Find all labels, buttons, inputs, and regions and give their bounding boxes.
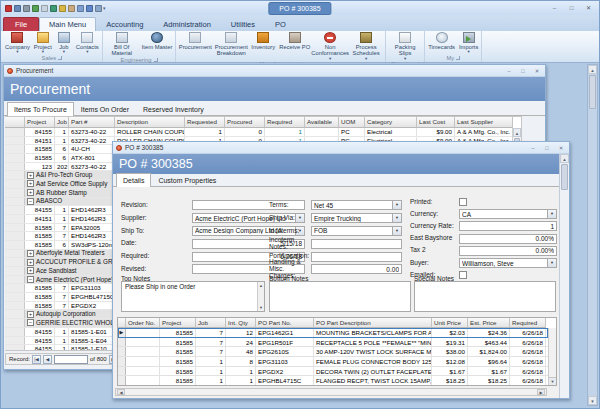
currency-combo[interactable]: CA▼ <box>459 209 557 219</box>
expand-icon[interactable]: + <box>27 259 34 266</box>
minimize-button[interactable]: – <box>548 4 561 13</box>
dialog-launcher-icon[interactable] <box>456 56 460 60</box>
column-header-category[interactable]: Category <box>365 117 417 128</box>
close-button[interactable]: ✕ <box>582 4 595 13</box>
column-header-last-cost[interactable]: Last Cost <box>417 117 455 128</box>
globe-icon[interactable] <box>50 5 57 12</box>
column-header-po-part-description[interactable]: PO Part Description <box>314 318 432 328</box>
ribbon-button-contacts[interactable]: Contacts▾ <box>74 31 101 54</box>
key-icon[interactable] <box>59 5 66 12</box>
ship-via-combo[interactable]: Empire Trucking▼ <box>311 213 402 223</box>
bottom-notes-textarea[interactable] <box>269 281 411 312</box>
column-header-procured[interactable]: Procured <box>225 117 265 128</box>
app-logo-icon[interactable] <box>5 5 12 12</box>
column-header-job[interactable]: Job <box>55 117 69 128</box>
printed-checkbox[interactable] <box>459 198 467 206</box>
column-header-last-supplier[interactable]: Last Supplier <box>455 117 513 128</box>
special-notes-textarea[interactable] <box>414 281 556 312</box>
scroll-thumb[interactable] <box>589 75 596 109</box>
column-header-order-no[interactable]: Order No. <box>126 318 160 328</box>
column-header-project[interactable]: Project <box>25 117 55 128</box>
tab-reserved-inventory[interactable]: Reserved Inventory <box>136 102 211 116</box>
ribbon-button-receive-po[interactable]: Receive PO <box>277 31 312 50</box>
ribbon-tab-file[interactable]: File <box>3 17 39 31</box>
column-header-requested[interactable]: Requested <box>185 117 225 128</box>
po-horizontal-scrollbar[interactable]: ◀ ▶ <box>115 388 547 396</box>
buyer-combo[interactable]: Williamson, Steve▼ <box>459 258 557 268</box>
ribbon-button-timecards[interactable]: Timecards <box>426 31 457 50</box>
scroll-up-icon[interactable]: ▲ <box>258 282 264 289</box>
maximize-button[interactable]: □ <box>565 4 578 13</box>
grid-row[interactable]: 8158511EPGDX2DECORA TWIN (2) OUTLET FACE… <box>118 367 548 377</box>
combo-arrow-icon[interactable]: ▼ <box>547 210 556 218</box>
ribbon-button-packing-slips[interactable]: Packing Slips▾ <box>387 31 423 61</box>
close-button[interactable]: ✕ <box>532 67 542 75</box>
incoterm-notes-input[interactable] <box>311 239 402 249</box>
ribbon-button-item-master[interactable]: Item Master <box>140 31 175 50</box>
export-window-icon[interactable] <box>77 5 84 12</box>
contacts-card-icon[interactable] <box>68 5 75 12</box>
ribbon-button-process-schedules[interactable]: Process Schedules▾ <box>348 31 384 61</box>
column-header-uom[interactable]: UOM <box>339 117 365 128</box>
previous-record-button[interactable]: ◀ <box>43 355 52 364</box>
ribbon-tab-accounting[interactable]: Accounting <box>96 17 153 31</box>
grid-vertical-scrollbar[interactable]: ▼ <box>548 328 556 385</box>
notes-scrollbar[interactable]: ▲ ▼ <box>257 282 264 311</box>
ribbon-button-inventory[interactable]: Inventory <box>249 31 277 50</box>
column-header-available[interactable]: Available <box>305 117 339 128</box>
ribbon-tab-main-menu[interactable]: Main Menu <box>39 17 96 31</box>
scroll-up-icon[interactable]: ▲ <box>560 154 569 163</box>
collapse-icon[interactable]: − <box>27 319 34 326</box>
grid-row[interactable]: 8158518EPG31103FEMALE PLUG CONNECTOR BOD… <box>118 357 548 367</box>
scroll-right-icon[interactable]: ▶ <box>537 389 545 395</box>
tab-items-to-procure[interactable]: Items To Procure <box>7 102 74 116</box>
expand-icon[interactable]: + <box>27 180 34 187</box>
combo-arrow-icon[interactable]: ▼ <box>392 201 401 209</box>
east-bayshore-input[interactable]: 0.00% <box>459 234 557 244</box>
mail-icon[interactable] <box>41 5 48 12</box>
incoterms-combo[interactable]: FOB▼ <box>311 226 402 236</box>
ribbon-button-procurement[interactable]: Procurement <box>177 31 213 50</box>
combo-arrow-icon[interactable]: ▼ <box>392 227 401 235</box>
expand-icon[interactable]: + <box>27 311 34 318</box>
column-header-required[interactable]: Required <box>265 117 305 128</box>
expand-icon[interactable]: + <box>27 267 34 274</box>
column-header-project[interactable]: Project <box>160 318 196 328</box>
column-header-unit-price[interactable]: Unit Price <box>432 318 468 328</box>
ribbon-button-project[interactable]: Project▾ <box>32 31 54 54</box>
ribbon-button-imports[interactable]: Imports▾ <box>457 31 480 54</box>
grid-row[interactable]: 81585724EPG1R501FRECEPTACLE 5 POLE **FEM… <box>118 338 548 348</box>
scroll-thumb[interactable] <box>561 164 568 190</box>
combo-arrow-icon[interactable]: ▼ <box>392 214 401 222</box>
expand-icon[interactable]: + <box>27 172 34 179</box>
handling-charges-input[interactable]: 0.00 <box>311 264 402 274</box>
column-header-est-price[interactable]: Est. Price <box>468 318 510 328</box>
minimize-button[interactable]: – <box>528 144 538 152</box>
monitor-icon[interactable] <box>95 5 102 12</box>
table-row[interactable]: 84155163273-40-22ROLLER CHAIN COUPLING .… <box>5 128 512 137</box>
scroll-down-icon[interactable]: ▼ <box>258 304 264 311</box>
expand-icon[interactable]: + <box>27 189 34 196</box>
close-button[interactable]: ✕ <box>556 144 566 152</box>
emailed-checkbox[interactable] <box>459 271 467 279</box>
column-header-part[interactable]: Part # <box>69 117 115 128</box>
restore-button[interactable]: □ <box>518 67 528 75</box>
ribbon-button-job[interactable]: Job▾ <box>54 31 74 54</box>
tab-details[interactable]: Details <box>116 173 151 187</box>
record-number-input[interactable] <box>54 355 88 364</box>
column-header-job[interactable]: Job <box>196 318 226 328</box>
collapse-icon[interactable]: − <box>27 198 34 205</box>
scroll-up-icon[interactable]: ▲ <box>588 65 597 74</box>
minimize-button[interactable]: – <box>504 67 514 75</box>
column-header-required[interactable]: Required <box>510 318 546 328</box>
port-location-input[interactable] <box>311 252 402 262</box>
column-header-po-part-no[interactable]: PO Part No. <box>256 318 314 328</box>
scroll-left-icon[interactable]: ◀ <box>117 389 125 395</box>
ribbon-button-bill-of-material[interactable]: Bill Of Material <box>104 31 140 57</box>
shield-icon[interactable] <box>86 5 93 12</box>
terms-combo[interactable]: Net 45▼ <box>311 200 402 210</box>
scroll-down-icon[interactable]: ▼ <box>549 377 556 385</box>
mdi-vertical-scrollbar[interactable]: ▲ ▼ <box>587 64 598 406</box>
grid-icon[interactable] <box>32 5 39 12</box>
restore-button[interactable]: □ <box>542 144 552 152</box>
